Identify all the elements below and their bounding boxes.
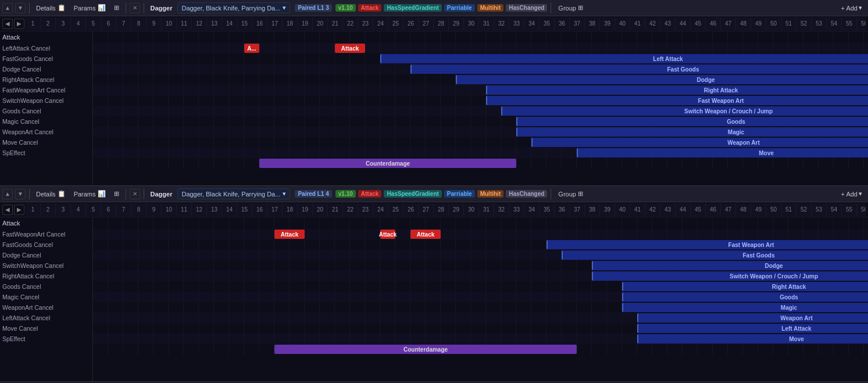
row-label-1-2: FastGoods Cancel	[0, 239, 92, 250]
details-icon-1: 📋	[58, 4, 66, 12]
grid-row-1	[93, 229, 868, 239]
frame-cell-30: 30	[464, 17, 479, 30]
frame-cell-37: 37	[570, 17, 585, 30]
frame-cell-55: 55	[842, 17, 857, 30]
prev-btn-1[interactable]: ◀	[2, 19, 13, 29]
row-label-4-1: FastWeaponArt Cancel	[0, 85, 92, 95]
prev-btn-2[interactable]: ◀	[2, 205, 13, 215]
params-label-1: Params	[74, 5, 96, 12]
frame-cell-11: 11	[177, 17, 192, 30]
frame-cell-38: 38	[585, 203, 600, 216]
frame-cell-31: 31	[479, 203, 494, 216]
weapon-dropdown-icon-2: ▾	[283, 190, 286, 198]
block-canvas1-10: Weapon Art	[531, 138, 868, 147]
sep-2b	[126, 189, 126, 199]
row-label-0-1: LeftAttack Cancel	[0, 43, 92, 53]
weapon-select-1[interactable]: Dagger, Black Knife, Parrying Da... ▾	[177, 2, 290, 13]
frame-cell-23: 23	[358, 17, 373, 30]
frame-cell-53: 53	[812, 17, 827, 30]
frame-cell-29: 29	[449, 203, 464, 216]
collapse-up-btn-2[interactable]: ▲	[2, 189, 13, 199]
row-label-6-1: Goods Cancel	[0, 106, 92, 116]
close-btn-2[interactable]: ✕	[130, 189, 140, 199]
frame-cell-12: 12	[192, 17, 207, 30]
frame-cell-35: 35	[540, 17, 555, 30]
frame-cell-28: 28	[434, 203, 449, 216]
block-canvas1-3: Fast Goods	[410, 65, 868, 74]
block-canvas2-8: Goods	[622, 292, 868, 302]
row-labels-2: Attack FastWeaponArt Cancel FastGoods Ca…	[0, 217, 93, 381]
attack-badge-2: Attack	[358, 190, 382, 198]
hasspeedgradient-badge-2: HasSpeedGradient	[384, 190, 441, 198]
row-label-7-2: WeaponArt Cancel	[0, 302, 92, 313]
block-canvas2-13: Counterdamage	[274, 345, 577, 354]
block-canvas2-1: Attack	[410, 230, 441, 239]
grid-row-0	[93, 217, 868, 229]
frame-cell-39: 39	[600, 17, 615, 30]
frame-cell-33: 33	[509, 203, 524, 216]
collapse-up-btn-1[interactable]: ▲	[2, 3, 13, 13]
block-canvas2-7: Right Attack	[622, 282, 868, 291]
grid-btn-2[interactable]: ⊞	[111, 189, 122, 199]
block-canvas1-8: Goods	[516, 117, 868, 126]
frame-cell-25: 25	[388, 17, 403, 30]
frame-cell-50: 50	[766, 17, 781, 30]
details-label-1: Details	[36, 5, 56, 12]
frame-cell-41: 41	[630, 17, 645, 30]
block-canvas2-11: Left Attack	[637, 324, 868, 333]
frame-cell-52: 52	[796, 203, 812, 216]
close-btn-1[interactable]: ✕	[130, 3, 140, 13]
next-btn-2[interactable]: ▶	[14, 205, 24, 215]
frame-cell-6: 6	[101, 203, 116, 216]
details-btn-1[interactable]: Details 📋	[33, 3, 69, 13]
grid-btn-1[interactable]: ⊞	[111, 3, 122, 13]
collapse-down-btn-1[interactable]: ▼	[15, 3, 26, 13]
sep-2c	[144, 189, 144, 199]
params-btn-2[interactable]: Params 📊	[71, 189, 109, 199]
weapon-select-2[interactable]: Dagger, Black Knife, Parrying Da... ▾	[177, 188, 290, 199]
row-label-attack-2: Attack	[0, 217, 92, 229]
frame-cell-22: 22	[343, 203, 358, 216]
frame-cell-19: 19	[298, 17, 313, 30]
details-label-2: Details	[36, 191, 56, 198]
frame-cell-13: 13	[207, 203, 222, 216]
frame-cell-9: 9	[147, 17, 162, 30]
frame-ruler-2: 1234567891011121314151617181920212223242…	[26, 203, 866, 216]
add-btn-2[interactable]: + Add ▾	[838, 189, 866, 199]
frame-cell-26: 26	[403, 203, 419, 216]
frame-cell-12: 12	[192, 203, 207, 216]
timeline-canvas-1: A...AttackLeft AttackFast GoodsDodgeRigh…	[93, 31, 868, 185]
add-btn-1[interactable]: + Add ▾	[838, 3, 866, 13]
group-btn-2[interactable]: Group ⊞	[555, 189, 587, 199]
block-canvas1-9: Magic	[516, 127, 868, 137]
frame-cell-10: 10	[162, 203, 177, 216]
collapse-down-btn-2[interactable]: ▼	[15, 189, 26, 199]
frame-cell-15: 15	[237, 17, 252, 30]
frame-cell-25: 25	[388, 203, 403, 216]
details-btn-2[interactable]: Details 📋	[33, 189, 69, 199]
frame-cell-17: 17	[267, 203, 283, 216]
frame-cell-45: 45	[691, 17, 706, 30]
block-canvas2-0: Attack	[274, 230, 305, 239]
params-btn-1[interactable]: Params 📊	[71, 3, 109, 13]
params-icon-2: 📊	[98, 190, 106, 198]
panel-1: ▲ ▼ Details 📋 Params 📊 ⊞ ✕ Dagger Dagger…	[0, 0, 868, 186]
frame-cell-27: 27	[419, 203, 434, 216]
frame-cell-24: 24	[373, 203, 388, 216]
block-canvas1-4: Dodge	[456, 75, 868, 84]
frame-cell-34: 34	[524, 17, 540, 30]
frame-cell-39: 39	[600, 203, 615, 216]
sep-1a	[29, 3, 30, 13]
frame-cell-14: 14	[222, 203, 237, 216]
frame-cell-13: 13	[207, 17, 222, 30]
next-btn-1[interactable]: ▶	[14, 19, 24, 29]
group-btn-1[interactable]: Group ⊞	[555, 3, 587, 13]
frame-cell-50: 50	[766, 203, 781, 216]
frame-cell-21: 21	[328, 203, 343, 216]
frame-cell-8: 8	[131, 17, 147, 30]
frame-cell-4: 4	[71, 17, 86, 30]
row-label-10-2: SpEffect	[0, 334, 92, 344]
frame-cell-2: 2	[41, 203, 56, 216]
paired-badge-2: Paired L1 4	[295, 190, 331, 198]
frame-cell-40: 40	[615, 203, 630, 216]
